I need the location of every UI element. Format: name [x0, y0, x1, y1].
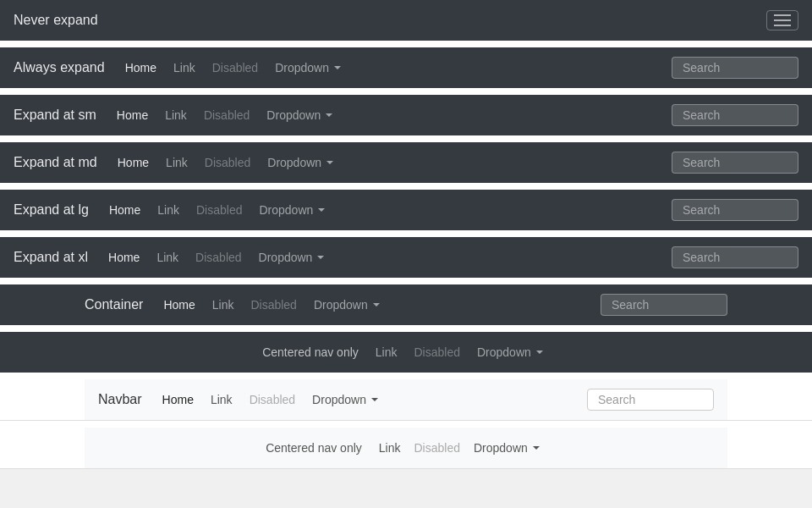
nav-disabled-1: Disabled	[206, 58, 265, 78]
toggler-line-2	[774, 19, 791, 21]
dropdown-caret-container	[373, 303, 380, 306]
nav-link-xl[interactable]: Link	[150, 247, 185, 268]
divider-6	[0, 278, 812, 284]
nav-link-centered-dark[interactable]: Link	[369, 342, 404, 362]
navbar-container: Container Home Link Disabled Dropdown	[0, 284, 812, 325]
dropdown-label-xl: Dropdown	[259, 251, 313, 264]
divider-8	[0, 373, 812, 379]
brand-expand-xl: Expand at xl	[14, 250, 88, 265]
search-input-lg[interactable]	[672, 199, 798, 221]
dropdown-caret-centered-dark	[536, 351, 543, 354]
nav-dropdown-xl[interactable]: Dropdown	[252, 247, 332, 268]
divider-1	[0, 41, 812, 47]
search-input-xl[interactable]	[672, 246, 798, 268]
search-input-light[interactable]	[587, 389, 714, 411]
nav-disabled-container: Disabled	[244, 295, 303, 315]
nav-home-md[interactable]: Home	[111, 152, 156, 173]
nav-dropdown-light[interactable]: Dropdown	[305, 389, 385, 410]
nav-link-light[interactable]: Link	[204, 389, 239, 410]
divider-7	[0, 325, 812, 332]
navbar-toggler[interactable]	[766, 10, 798, 30]
toggler-line-3	[774, 25, 791, 26]
dropdown-label-sm: Dropdown	[266, 108, 321, 122]
search-input-container[interactable]	[601, 294, 727, 316]
nav-disabled-md: Disabled	[198, 152, 257, 173]
navbar-expand-md: Expand at md Home Link Disabled Dropdown	[0, 142, 812, 183]
nav-dropdown-lg[interactable]: Dropdown	[252, 200, 332, 220]
dropdown-caret-light	[371, 398, 378, 401]
nav-disabled-lg: Disabled	[189, 200, 249, 220]
nav-link-lg[interactable]: Link	[151, 200, 186, 220]
toggler-line-1	[774, 14, 791, 16]
search-container	[601, 294, 727, 316]
nav-home-lg[interactable]: Home	[102, 200, 147, 220]
nav-link-md[interactable]: Link	[159, 152, 195, 173]
dropdown-caret-1	[334, 66, 341, 69]
dropdown-label-centered-dark: Dropdown	[477, 345, 531, 359]
nav-expand-md: Home Link Disabled Dropdown	[111, 152, 672, 173]
centered-label-light: Centered nav only	[266, 441, 362, 455]
nav-link-centered-light[interactable]: Link	[372, 438, 408, 458]
dropdown-label-1: Dropdown	[275, 61, 329, 75]
nav-always-expand: Home Link Disabled Dropdown	[118, 58, 672, 78]
brand-expand-sm: Expand at sm	[14, 108, 96, 123]
nav-container: Home Link Disabled Dropdown	[156, 295, 601, 315]
nav-dropdown-sm[interactable]: Dropdown	[260, 105, 339, 125]
divider-2	[0, 88, 812, 95]
nav-link-sm[interactable]: Link	[158, 105, 194, 125]
search-expand-xl	[672, 246, 798, 268]
nav-light: Home Link Disabled Dropdown	[156, 389, 587, 410]
dropdown-label-lg: Dropdown	[259, 203, 313, 217]
nav-dropdown-md[interactable]: Dropdown	[261, 152, 340, 173]
nav-home-container[interactable]: Home	[156, 295, 201, 315]
nav-home-light[interactable]: Home	[156, 389, 200, 410]
navbar-expand-sm: Expand at sm Home Link Disabled Dropdown	[0, 95, 812, 135]
nav-disabled-xl: Disabled	[189, 247, 248, 268]
nav-disabled-centered-light: Disabled	[408, 438, 467, 458]
nav-home-xl[interactable]: Home	[102, 247, 146, 268]
search-input-md[interactable]	[672, 152, 798, 174]
nav-home-sm[interactable]: Home	[110, 105, 155, 125]
nav-dropdown-centered-light[interactable]: Dropdown	[467, 438, 546, 458]
search-always-expand	[672, 57, 798, 79]
search-input-1[interactable]	[672, 57, 798, 79]
content-area: Navbar examples This example is a quick …	[0, 469, 812, 508]
brand-never-expand: Never expand	[14, 13, 98, 28]
nav-dropdown-container[interactable]: Dropdown	[307, 295, 387, 315]
centered-light-wrapper: Centered nav only Link Disabled Dropdown	[0, 428, 812, 469]
divider-4	[0, 183, 812, 190]
nav-disabled-light: Disabled	[243, 389, 302, 410]
dropdown-caret-centered-light	[533, 446, 540, 450]
centered-label-dark: Centered nav only	[262, 345, 359, 359]
nav-link-container[interactable]: Link	[206, 295, 241, 315]
search-input-sm[interactable]	[672, 104, 798, 126]
nav-centered-dark: Link Disabled Dropdown	[369, 342, 550, 362]
nav-disabled-centered-dark: Disabled	[408, 342, 467, 362]
brand-always-expand: Always expand	[14, 60, 105, 75]
navbar-expand-xl: Expand at xl Home Link Disabled Dropdown	[0, 237, 812, 278]
brand-expand-lg: Expand at lg	[14, 202, 89, 218]
nav-link-1[interactable]: Link	[167, 58, 202, 78]
search-light	[587, 389, 714, 411]
dropdown-label-centered-light: Dropdown	[474, 441, 528, 455]
dropdown-label-md: Dropdown	[267, 156, 321, 169]
navbar-centered-dark: Centered nav only Link Disabled Dropdown	[0, 332, 812, 373]
nav-dropdown-1[interactable]: Dropdown	[268, 58, 348, 78]
navbar-always-expand: Always expand Home Link Disabled Dropdow…	[0, 47, 812, 88]
nav-home-1[interactable]: Home	[118, 58, 163, 78]
dropdown-label-container: Dropdown	[314, 298, 368, 312]
divider-5	[0, 230, 812, 237]
divider-3	[0, 135, 812, 142]
search-expand-lg	[672, 199, 798, 221]
dropdown-label-light: Dropdown	[312, 393, 366, 406]
search-expand-sm	[672, 104, 798, 126]
divider-9	[0, 421, 812, 428]
navbar-light-wrapper: Navbar Home Link Disabled Dropdown	[0, 379, 812, 421]
nav-expand-lg: Home Link Disabled Dropdown	[102, 200, 672, 220]
nav-dropdown-centered-dark[interactable]: Dropdown	[470, 342, 550, 362]
navbar-never-expand: Never expand	[0, 0, 812, 41]
dropdown-caret-sm	[326, 113, 332, 117]
dropdown-caret-md	[326, 161, 333, 164]
nav-expand-sm: Home Link Disabled Dropdown	[110, 105, 672, 125]
search-expand-md	[672, 152, 798, 174]
